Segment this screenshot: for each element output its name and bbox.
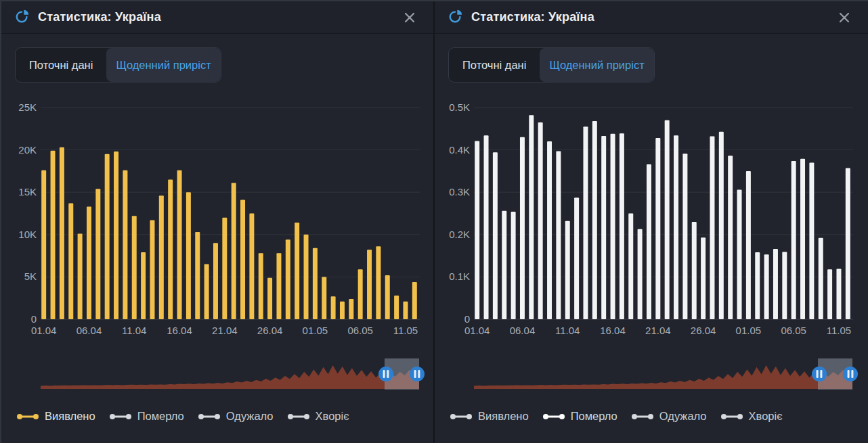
panel-header: Статистика: Україна bbox=[435, 1, 868, 34]
svg-text:0.1K: 0.1K bbox=[449, 271, 470, 282]
pie-chart-icon bbox=[15, 9, 30, 26]
svg-text:0: 0 bbox=[31, 313, 37, 325]
svg-text:26.04: 26.04 bbox=[257, 325, 283, 336]
svg-text:06.05: 06.05 bbox=[781, 325, 806, 336]
svg-text:01.05: 01.05 bbox=[303, 325, 328, 336]
svg-text:26.04: 26.04 bbox=[691, 325, 716, 336]
svg-text:0.5K: 0.5K bbox=[449, 101, 470, 113]
svg-text:21.04: 21.04 bbox=[645, 325, 671, 336]
svg-text:16.04: 16.04 bbox=[600, 325, 626, 336]
svg-text:06.04: 06.04 bbox=[77, 325, 102, 336]
series-marker-icon bbox=[198, 413, 221, 421]
legend-item-detected[interactable]: Виявлено bbox=[16, 410, 95, 423]
series-marker-icon bbox=[16, 413, 39, 421]
svg-text:25K: 25K bbox=[18, 101, 37, 113]
series-marker-icon bbox=[450, 413, 473, 421]
legend-item-recovered[interactable]: Одужало bbox=[198, 410, 274, 423]
legend-item-sick[interactable]: Хворіє bbox=[720, 410, 783, 423]
legend: Виявлено Померло Одужало bbox=[450, 410, 783, 423]
panel-title: Статистика: Україна bbox=[471, 10, 829, 24]
pie-chart-icon bbox=[448, 9, 463, 26]
tab-daily-growth[interactable]: Щоденний приріст bbox=[540, 48, 653, 82]
svg-text:11.05: 11.05 bbox=[393, 325, 418, 336]
svg-text:01.04: 01.04 bbox=[464, 325, 490, 336]
svg-text:5K: 5K bbox=[24, 271, 37, 282]
tab-bar: Поточні дані Щоденний приріст bbox=[448, 47, 655, 83]
tab-current-data[interactable]: Поточні дані bbox=[449, 48, 540, 82]
svg-text:0: 0 bbox=[464, 313, 470, 325]
svg-text:11.04: 11.04 bbox=[122, 325, 146, 336]
legend-label: Померло bbox=[571, 410, 617, 423]
legend-label: Одужало bbox=[659, 410, 707, 423]
series-marker-icon bbox=[720, 413, 743, 421]
daily-growth-bar-chart[interactable]: 00.1K0.2K0.3K0.4K0.5K01.0406.0411.0416.0… bbox=[435, 96, 868, 341]
legend-label: Виявлено bbox=[45, 410, 95, 423]
svg-text:06.04: 06.04 bbox=[510, 325, 536, 336]
svg-text:15K: 15K bbox=[18, 186, 37, 197]
tab-daily-growth[interactable]: Щоденний приріст bbox=[106, 48, 220, 82]
svg-text:20K: 20K bbox=[18, 144, 37, 156]
close-icon bbox=[404, 11, 416, 24]
legend-label: Померло bbox=[137, 410, 184, 423]
close-icon bbox=[838, 11, 850, 24]
legend-item-sick[interactable]: Хворіє bbox=[287, 410, 349, 423]
legend: Виявлено Померло Одужало bbox=[16, 410, 349, 423]
legend-item-died[interactable]: Померло bbox=[542, 410, 617, 423]
svg-text:0.2K: 0.2K bbox=[449, 229, 470, 240]
svg-text:01.04: 01.04 bbox=[31, 325, 57, 336]
legend-label: Виявлено bbox=[478, 410, 529, 423]
timeline-brush[interactable] bbox=[435, 350, 868, 398]
svg-text:01.05: 01.05 bbox=[736, 325, 762, 336]
stats-panel-died: Статистика: Україна Поточні дані Щоденни… bbox=[435, 1, 868, 443]
tab-current-data[interactable]: Поточні дані bbox=[16, 48, 106, 82]
legend-label: Одужало bbox=[226, 410, 274, 423]
svg-text:16.04: 16.04 bbox=[167, 325, 192, 336]
daily-growth-bar-chart[interactable]: 05K10K15K20K25K01.0406.0411.0416.0421.04… bbox=[1, 96, 435, 341]
legend-item-died[interactable]: Померло bbox=[109, 410, 184, 423]
legend-label: Хворіє bbox=[749, 410, 783, 423]
panel-title: Статистика: Україна bbox=[38, 10, 394, 24]
svg-text:06.05: 06.05 bbox=[347, 325, 373, 336]
svg-text:21.04: 21.04 bbox=[212, 325, 238, 336]
tab-bar: Поточні дані Щоденний приріст bbox=[15, 47, 221, 83]
series-marker-icon bbox=[631, 413, 654, 421]
svg-text:11.05: 11.05 bbox=[827, 325, 851, 336]
svg-text:0.3K: 0.3K bbox=[449, 186, 470, 197]
series-marker-icon bbox=[287, 413, 310, 421]
legend-item-detected[interactable]: Виявлено bbox=[450, 410, 529, 423]
legend-item-recovered[interactable]: Одужало bbox=[631, 410, 707, 423]
panel-header: Статистика: Україна bbox=[1, 1, 433, 34]
timeline-brush[interactable] bbox=[1, 350, 435, 398]
stats-panel-detected: Статистика: Україна Поточні дані Щоденни… bbox=[0, 1, 433, 443]
svg-text:10K: 10K bbox=[18, 229, 37, 240]
series-marker-icon bbox=[109, 413, 132, 421]
close-button[interactable] bbox=[837, 10, 852, 25]
close-button[interactable] bbox=[402, 10, 417, 25]
statistics-popups: Статистика: Україна Поточні дані Щоденни… bbox=[0, 0, 868, 443]
legend-label: Хворіє bbox=[316, 410, 349, 423]
svg-text:11.04: 11.04 bbox=[555, 325, 580, 336]
series-marker-icon bbox=[542, 413, 565, 421]
svg-text:0.4K: 0.4K bbox=[449, 144, 470, 156]
